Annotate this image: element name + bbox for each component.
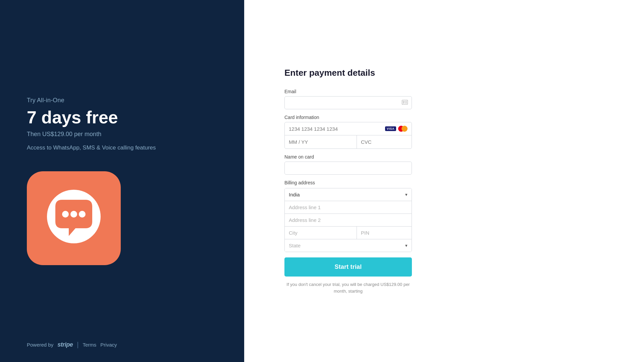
right-panel: Enter payment details Email [244,0,644,362]
email-field-group: Email [284,89,412,109]
form-section: Email Card information [284,89,412,294]
svg-point-1 [62,211,69,218]
app-icon [27,171,121,265]
card-bottom-row [285,135,412,148]
svg-point-5 [403,101,405,102]
cvc-input[interactable] [361,139,412,145]
pin-input[interactable] [357,227,412,239]
card-logos: VISA [385,126,408,132]
id-card-icon [402,100,408,106]
address-line1-input[interactable] [285,201,412,214]
email-wrapper [284,96,412,109]
billing-box: India United States United Kingdom ▾ [284,188,412,252]
badge-text: Try All-in-One [27,97,64,104]
card-info-group: Card information VISA [284,115,412,149]
name-label: Name on card [284,154,412,160]
email-label: Email [284,89,412,94]
mc-circle-right [401,126,408,132]
card-info-box: VISA [284,122,412,149]
start-trial-button[interactable]: Start trial [284,257,412,277]
trial-note: If you don't cancel your trial, you will… [284,281,412,294]
left-panel: Try All-in-One 7 days free Then US$129.0… [0,0,244,362]
mastercard-logo [398,126,408,132]
feature-text: Access to WhatsApp, SMS & Voice calling … [27,144,156,151]
form-title: Enter payment details [284,68,375,78]
powered-by-text: Powered by [27,342,53,348]
app-icon-svg [42,186,106,250]
city-pin-row [285,227,412,239]
card-number-row: VISA [285,122,412,135]
terms-link[interactable]: Terms [83,342,96,348]
country-row: India United States United Kingdom ▾ [285,188,412,201]
country-chevron-icon: ▾ [405,192,408,197]
cvc-wrapper [357,135,412,148]
headline: 7 days free [27,108,118,127]
country-select[interactable]: India United States United Kingdom [289,192,405,197]
city-input[interactable] [285,227,357,239]
svg-point-2 [70,211,77,218]
visa-logo: VISA [385,126,396,131]
card-number-input[interactable] [289,126,385,132]
card-expiry-input[interactable] [285,135,357,148]
name-on-card-input[interactable] [284,162,412,175]
state-select[interactable]: State Maharashtra Delhi [289,243,405,248]
billing-label: Billing address [284,180,412,185]
billing-address-group: Billing address India United States Unit… [284,180,412,252]
privacy-link[interactable]: Privacy [100,342,117,348]
stripe-logo: stripe [57,341,73,348]
bottom-bar: Powered by stripe | Terms Privacy [27,341,117,349]
card-label: Card information [284,115,412,120]
address-line2-input[interactable] [285,214,412,227]
name-on-card-group: Name on card [284,154,412,180]
email-input[interactable] [284,96,412,109]
divider: | [77,341,78,349]
state-row: State Maharashtra Delhi ▾ [285,239,412,252]
subline: Then US$129.00 per month [27,131,101,138]
state-chevron-icon: ▾ [405,243,408,248]
svg-point-3 [79,211,86,218]
